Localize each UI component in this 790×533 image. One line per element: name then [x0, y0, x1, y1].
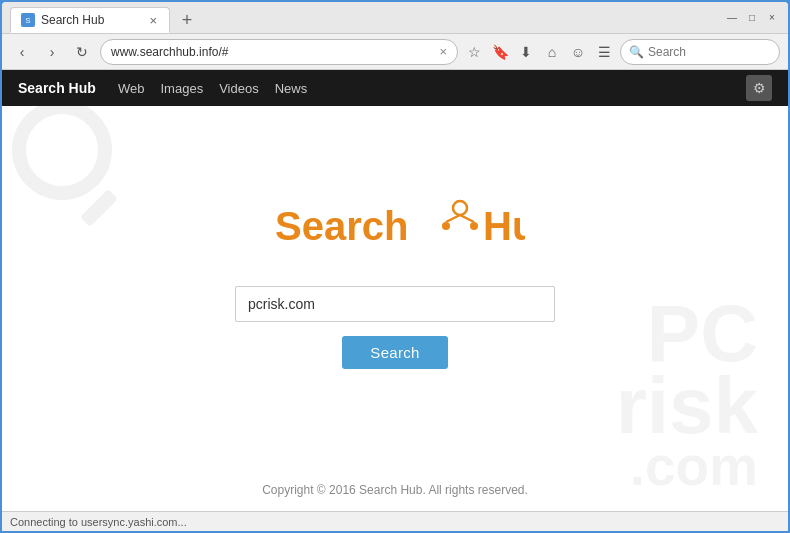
- download-icon[interactable]: ⬇: [516, 42, 536, 62]
- browser-search-box[interactable]: 🔍: [620, 39, 780, 65]
- menu-icon[interactable]: ☰: [594, 42, 614, 62]
- site-logo: Search Hub: [265, 188, 525, 262]
- nav-link-news[interactable]: News: [275, 81, 308, 96]
- bookmark-icon[interactable]: 🔖: [490, 42, 510, 62]
- browser-content: PC risk .com Search Hub Web Images Video…: [2, 70, 788, 511]
- title-bar: S Search Hub × + — □ ×: [2, 2, 788, 34]
- svg-line-5: [460, 215, 474, 222]
- nav-link-videos[interactable]: Videos: [219, 81, 259, 96]
- status-bar: Connecting to usersync.yashi.com...: [2, 511, 788, 531]
- browser-window: S Search Hub × + — □ × ‹ › ↻ www.searchh…: [2, 2, 788, 531]
- refresh-button[interactable]: ↻: [70, 40, 94, 64]
- tab-title: Search Hub: [41, 13, 104, 27]
- site-navbar: Search Hub Web Images Videos News ⚙: [2, 70, 788, 106]
- close-button[interactable]: ×: [764, 10, 780, 26]
- minimize-button[interactable]: —: [724, 10, 740, 26]
- search-form: Search: [2, 286, 788, 369]
- window-controls: — □ ×: [724, 10, 780, 26]
- site-main: Search Hub Search: [2, 106, 788, 511]
- address-bar: ‹ › ↻ www.searchhub.info/# × ☆ 🔖 ⬇ ⌂ ☺ ☰…: [2, 34, 788, 70]
- search-icon: 🔍: [629, 45, 644, 59]
- url-text: www.searchhub.info/#: [111, 45, 439, 59]
- settings-button[interactable]: ⚙: [746, 75, 772, 101]
- status-text: Connecting to usersync.yashi.com...: [10, 516, 187, 528]
- logo-svg: Search Hub: [265, 188, 525, 258]
- browser-search-input[interactable]: [648, 45, 768, 59]
- star-icon[interactable]: ☆: [464, 42, 484, 62]
- profile-icon[interactable]: ☺: [568, 42, 588, 62]
- svg-text:Hub: Hub: [483, 204, 525, 248]
- tab-area: S Search Hub × +: [10, 2, 716, 33]
- forward-button[interactable]: ›: [40, 40, 64, 64]
- svg-point-3: [470, 222, 478, 230]
- tab-favicon: S: [21, 13, 35, 27]
- site-footer: Copyright © 2016 Search Hub. All rights …: [2, 483, 788, 497]
- back-button[interactable]: ‹: [10, 40, 34, 64]
- svg-point-1: [453, 201, 467, 215]
- active-tab[interactable]: S Search Hub ×: [10, 7, 170, 33]
- tab-close-button[interactable]: ×: [147, 13, 159, 28]
- toolbar-icons: ☆ 🔖 ⬇ ⌂ ☺ ☰: [464, 42, 614, 62]
- site-logo-nav: Search Hub: [18, 80, 98, 96]
- url-clear-button[interactable]: ×: [439, 44, 447, 59]
- svg-text:Search: Search: [275, 204, 408, 248]
- gear-icon: ⚙: [753, 80, 766, 96]
- svg-point-2: [442, 222, 450, 230]
- svg-line-4: [446, 215, 460, 222]
- url-bar[interactable]: www.searchhub.info/# ×: [100, 39, 458, 65]
- search-button[interactable]: Search: [342, 336, 447, 369]
- home-icon[interactable]: ⌂: [542, 42, 562, 62]
- new-tab-button[interactable]: +: [174, 7, 200, 33]
- nav-links: Web Images Videos News: [118, 81, 307, 96]
- nav-link-web[interactable]: Web: [118, 81, 145, 96]
- search-input[interactable]: [235, 286, 555, 322]
- maximize-button[interactable]: □: [744, 10, 760, 26]
- nav-link-images[interactable]: Images: [161, 81, 204, 96]
- copyright-text: Copyright © 2016 Search Hub. All rights …: [262, 483, 528, 497]
- search-input-wrapper: [235, 286, 555, 322]
